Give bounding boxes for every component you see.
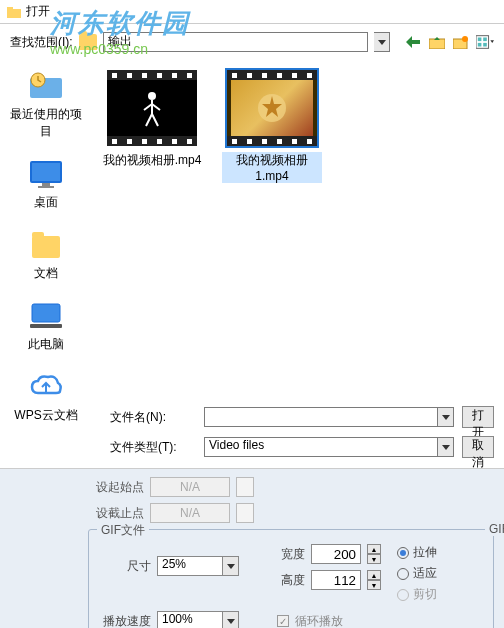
file-item[interactable]: 我的视频相册1.mp4 <box>222 70 322 183</box>
sidebar-item-documents[interactable]: 文档 <box>2 223 90 286</box>
svg-rect-17 <box>32 232 44 238</box>
height-input[interactable] <box>311 570 361 590</box>
cloud-icon <box>26 369 66 405</box>
svg-rect-0 <box>7 9 21 18</box>
search-range-select[interactable]: 输出 <box>103 32 368 52</box>
sidebar-item-recent[interactable]: 最近使用的项目 <box>2 64 90 144</box>
sidebar-label: 最近使用的项目 <box>6 106 86 140</box>
title-bar: 打开 <box>0 0 504 24</box>
sidebar-label: 桌面 <box>34 194 58 211</box>
sidebar-item-desktop[interactable]: 桌面 <box>2 152 90 215</box>
documents-icon <box>26 227 66 263</box>
height-spinner[interactable]: ▲▼ <box>367 570 381 590</box>
end-point-button[interactable] <box>236 503 254 523</box>
view-menu-icon[interactable] <box>476 34 494 50</box>
file-name: 我的视频相册.mp4 <box>103 152 202 169</box>
file-thumbnail <box>227 70 317 146</box>
open-folder-icon <box>6 4 22 20</box>
up-folder-icon[interactable] <box>428 34 446 50</box>
cancel-button[interactable]: 取消 <box>462 436 494 458</box>
speed-dropdown[interactable] <box>223 611 239 628</box>
filename-dropdown[interactable] <box>438 407 454 427</box>
svg-rect-18 <box>32 304 60 322</box>
height-label: 高度 <box>277 572 305 589</box>
svg-rect-16 <box>32 236 60 258</box>
start-point-label: 设起始点 <box>88 479 144 496</box>
search-row: 查找范围(I): 输出 <box>0 24 504 60</box>
new-folder-icon[interactable] <box>452 34 470 50</box>
gif-fieldset: GIF文件 GIF 尺寸 25% 宽度 ▲▼ 高度 ▲▼ <box>88 529 494 628</box>
sidebar-label: 文档 <box>34 265 58 282</box>
svg-point-4 <box>462 36 468 42</box>
start-point-value: N/A <box>150 477 230 497</box>
main-area: 最近使用的项目 桌面 文档 此电脑 WPS云文档 我的视频相册.mp4 <box>0 60 504 400</box>
svg-rect-6 <box>478 38 482 42</box>
svg-rect-9 <box>483 43 487 47</box>
radio-stretch[interactable]: 拉伸 <box>397 544 437 561</box>
folder-icon <box>79 34 97 50</box>
filetype-label: 文件类型(T): <box>110 439 196 456</box>
radio-crop[interactable]: 剪切 <box>397 586 437 603</box>
svg-rect-13 <box>32 163 60 181</box>
speed-select[interactable]: 100% <box>157 611 223 628</box>
back-icon[interactable] <box>404 34 422 50</box>
end-point-value: N/A <box>150 503 230 523</box>
sidebar-label: 此电脑 <box>28 336 64 353</box>
scale-mode-group: 拉伸 适应 剪切 <box>397 544 437 603</box>
desktop-icon <box>26 156 66 192</box>
svg-rect-2 <box>429 39 445 49</box>
svg-rect-15 <box>38 186 54 188</box>
end-point-label: 设截止点 <box>88 505 144 522</box>
size-dropdown[interactable] <box>223 556 239 576</box>
nav-icons <box>404 34 494 50</box>
gif-section: 设起始点 N/A 设截止点 N/A GIF文件 GIF 尺寸 25% 宽度 ▲▼ <box>0 468 504 628</box>
filetype-dropdown[interactable] <box>438 437 454 457</box>
search-range-label: 查找范围(I): <box>10 34 73 51</box>
svg-point-20 <box>148 92 156 100</box>
svg-rect-19 <box>30 324 62 328</box>
file-thumbnail <box>107 70 197 146</box>
speed-label: 播放速度 <box>103 613 151 629</box>
width-label: 宽度 <box>277 546 305 563</box>
start-point-button[interactable] <box>236 477 254 497</box>
radio-fit[interactable]: 适应 <box>397 565 437 582</box>
open-button[interactable]: 打开 <box>462 406 494 428</box>
file-item[interactable]: 我的视频相册.mp4 <box>102 70 202 169</box>
filetype-select[interactable]: Video files <box>204 437 438 457</box>
svg-rect-14 <box>42 183 50 186</box>
sidebar-item-this-pc[interactable]: 此电脑 <box>2 294 90 357</box>
recent-icon <box>26 68 66 104</box>
size-label: 尺寸 <box>103 558 151 575</box>
svg-rect-1 <box>7 7 13 10</box>
window-title: 打开 <box>26 3 50 20</box>
filename-label: 文件名(N): <box>110 409 196 426</box>
svg-rect-8 <box>478 43 482 47</box>
search-range-dropdown[interactable] <box>374 32 390 52</box>
gif-side-label: GIF <box>485 522 504 536</box>
bottom-fields: 文件名(N): 打开 文件类型(T): Video files 取消 <box>0 400 504 464</box>
loop-label: 循环播放 <box>295 613 343 629</box>
size-select[interactable]: 25% <box>157 556 223 576</box>
width-spinner[interactable]: ▲▼ <box>367 544 381 564</box>
filename-input[interactable] <box>204 407 438 427</box>
width-input[interactable] <box>311 544 361 564</box>
sidebar: 最近使用的项目 桌面 文档 此电脑 WPS云文档 <box>0 60 92 400</box>
this-pc-icon <box>26 298 66 334</box>
file-name: 我的视频相册1.mp4 <box>222 152 322 183</box>
file-panel[interactable]: 我的视频相册.mp4 我的视频相册1.mp4 <box>92 60 504 400</box>
gif-legend: GIF文件 <box>97 522 149 539</box>
svg-rect-7 <box>483 38 487 42</box>
loop-checkbox: ✓ <box>277 615 289 627</box>
